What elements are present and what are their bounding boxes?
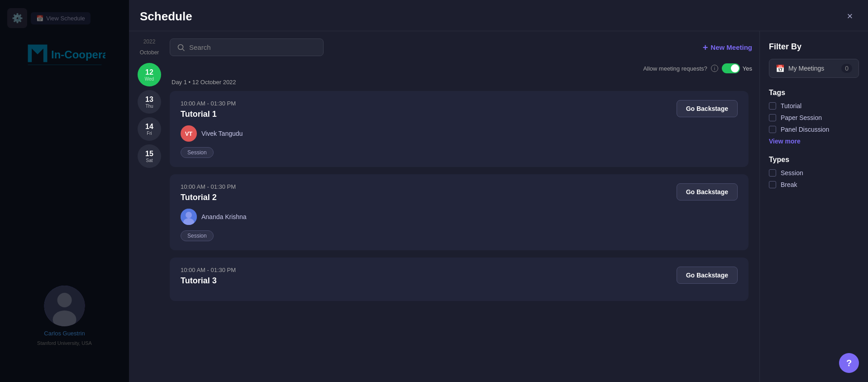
day-header: Day 1 • 12 October 2022 <box>170 79 752 86</box>
speaker-2-avatar <box>181 209 197 225</box>
my-meetings-label: My Meetings <box>788 65 824 72</box>
paper-session-checkbox[interactable] <box>769 114 776 121</box>
view-more-link[interactable]: View more <box>769 138 859 145</box>
svg-line-7 <box>182 49 184 51</box>
toggle-yes-label: Yes <box>743 65 752 72</box>
filter-title: Filter By <box>769 42 859 52</box>
my-meetings-count: 0 <box>841 64 852 73</box>
panel-title: Schedule <box>140 10 192 24</box>
my-meetings-icon: 📅 <box>776 64 785 73</box>
go-backstage-button-1[interactable]: Go Backstage <box>677 100 738 117</box>
new-meeting-plus-icon: + <box>703 43 708 52</box>
panel-discussion-checkbox[interactable] <box>769 126 776 133</box>
break-type-label: Break <box>781 181 797 188</box>
session-card-2: 10:00 AM - 01:30 PM Tutorial 2 Ananda Kr… <box>170 174 749 250</box>
new-meeting-button[interactable]: + New Meeting <box>703 43 752 52</box>
svg-point-9 <box>186 212 192 218</box>
date-12[interactable]: 12 Wed <box>138 63 161 86</box>
filter-tag-tutorial[interactable]: Tutorial <box>769 102 859 110</box>
toggle-container: Yes <box>722 63 752 73</box>
main-content: + New Meeting Allow meeting requests? i … <box>170 31 759 382</box>
allow-meeting-toggle[interactable] <box>722 63 740 73</box>
go-backstage-button-2[interactable]: Go Backstage <box>677 183 738 201</box>
filter-tag-panel-discussion[interactable]: Panel Discussion <box>769 126 859 133</box>
search-input[interactable] <box>189 43 316 51</box>
panel-header: Schedule × <box>129 0 868 31</box>
filter-type-break[interactable]: Break <box>769 181 859 188</box>
speaker-2-name: Ananda Krishna <box>201 213 247 220</box>
session-type-label: Session <box>781 169 803 177</box>
search-icon <box>177 44 185 51</box>
my-meetings-box[interactable]: 📅 My Meetings 0 <box>769 59 859 78</box>
info-icon[interactable]: i <box>711 65 718 72</box>
sessions-list: 10:00 AM - 01:30 PM Tutorial 1 VT Vivek … <box>170 91 752 375</box>
my-meetings-inner: 📅 My Meetings <box>776 64 824 73</box>
tags-title: Tags <box>769 89 859 97</box>
session-1-title: Tutorial 1 <box>181 110 738 119</box>
tutorial-checkbox[interactable] <box>769 102 776 110</box>
allow-meeting-label: Allow meeting requests? <box>643 65 707 72</box>
session-2-speaker: Ananda Krishna <box>181 209 738 225</box>
panel-discussion-label: Panel Discussion <box>781 126 829 133</box>
session-3-time: 10:00 AM - 01:30 PM <box>181 267 738 273</box>
toggle-knob <box>731 64 739 72</box>
date-14[interactable]: 14 Fri <box>138 117 161 141</box>
break-type-checkbox[interactable] <box>769 181 776 188</box>
filter-panel: Filter By 📅 My Meetings 0 Tags Tutorial … <box>759 31 868 382</box>
session-2-tag: Session <box>181 230 214 241</box>
session-2-title: Tutorial 2 <box>181 193 738 202</box>
paper-session-label: Paper Session <box>781 114 822 121</box>
session-3-title: Tutorial 3 <box>181 276 738 286</box>
schedule-panel: Schedule × 2022 October 12 Wed 13 Thu 14… <box>129 0 868 382</box>
session-1-speaker: VT Vivek Tangudu <box>181 125 738 142</box>
session-2-time: 10:00 AM - 01:30 PM <box>181 183 738 190</box>
go-backstage-button-3[interactable]: Go Backstage <box>677 267 738 284</box>
year-label: 2022 <box>143 38 156 45</box>
close-button[interactable]: × <box>843 9 857 24</box>
filter-tag-paper-session[interactable]: Paper Session <box>769 114 859 121</box>
speaker-1-avatar: VT <box>181 125 197 142</box>
session-card-1: 10:00 AM - 01:30 PM Tutorial 1 VT Vivek … <box>170 91 749 167</box>
filter-type-session[interactable]: Session <box>769 169 859 177</box>
session-card-3: 10:00 AM - 01:30 PM Tutorial 3 Go Backst… <box>170 258 749 301</box>
help-button[interactable]: ? <box>839 353 859 373</box>
tutorial-label: Tutorial <box>781 102 801 110</box>
new-meeting-label: New Meeting <box>711 43 752 51</box>
session-type-checkbox[interactable] <box>769 169 776 177</box>
panel-body: 2022 October 12 Wed 13 Thu 14 Fri 15 Sat <box>129 31 868 382</box>
search-box[interactable] <box>170 38 324 56</box>
speaker-1-name: Vivek Tangudu <box>201 130 243 137</box>
session-1-time: 10:00 AM - 01:30 PM <box>181 100 738 107</box>
types-title: Types <box>769 156 859 164</box>
top-bar: + New Meeting <box>170 38 752 56</box>
date-15[interactable]: 15 Sat <box>138 144 161 168</box>
date-13[interactable]: 13 Thu <box>138 90 161 114</box>
allow-meeting-row: Allow meeting requests? i Yes <box>170 63 752 73</box>
month-label: October <box>140 49 159 56</box>
session-1-tag: Session <box>181 147 214 158</box>
date-sidebar: 2022 October 12 Wed 13 Thu 14 Fri 15 Sat <box>129 31 170 382</box>
